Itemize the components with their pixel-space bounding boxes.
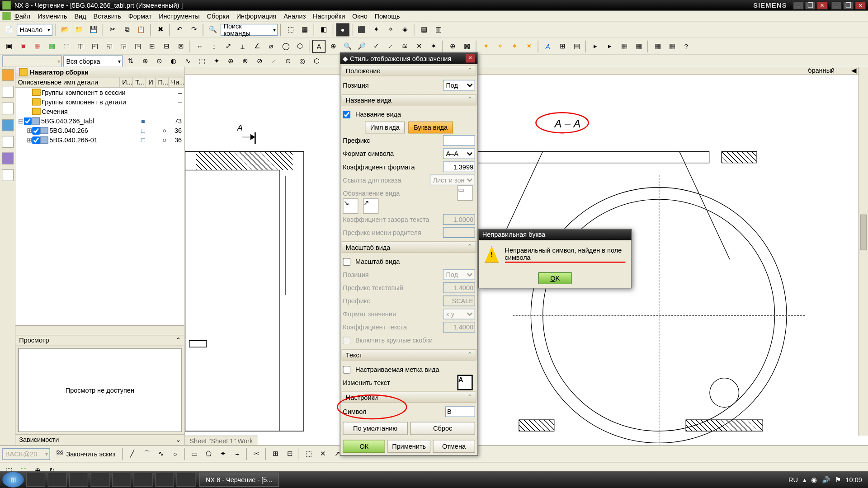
r2-dim5-icon[interactable]: ∠ (250, 40, 264, 53)
new-icon[interactable]: 📄 (2, 23, 15, 36)
tree-hscroll[interactable] (15, 325, 184, 335)
alert-ok-button[interactable]: OOKK (538, 272, 572, 284)
r2-10-icon[interactable]: ◳ (131, 40, 144, 53)
fmtcoef-input[interactable] (443, 161, 475, 172)
filter-combo-1[interactable] (2, 55, 62, 67)
tool-h-icon[interactable]: ▥ (432, 23, 445, 36)
r2-13-icon[interactable]: ⊠ (174, 40, 187, 53)
r2-11-icon[interactable]: ⊞ (146, 40, 159, 53)
r2-21-icon[interactable]: ✦ (479, 40, 492, 53)
filter-combo-2[interactable]: Вся сборка (63, 55, 123, 67)
pin-explorer-icon[interactable] (112, 473, 131, 487)
filter-icon-3[interactable]: ⊙ (153, 55, 166, 68)
r2-dim7-icon[interactable]: ◯ (279, 40, 292, 53)
canvas-vscroll[interactable] (859, 67, 868, 436)
row-check[interactable] (32, 127, 40, 134)
delete-icon[interactable]: ✖ (154, 23, 167, 36)
redo-icon[interactable]: ↷ (187, 23, 200, 36)
tool-e-icon[interactable]: ✧ (384, 23, 397, 36)
row-check[interactable] (24, 117, 32, 125)
tray-up-icon[interactable]: ▴ (803, 476, 807, 483)
search-icon[interactable]: 🔍 (206, 23, 219, 36)
menu-tools[interactable]: Инструменты (159, 12, 199, 19)
menu-insert[interactable]: Вставить (94, 12, 122, 19)
col-name[interactable]: Описательное имя детали (15, 77, 120, 87)
deps-header[interactable]: Зависимости⌄ (15, 434, 184, 445)
pin-firefox-icon[interactable] (90, 473, 109, 487)
filter-icon-12[interactable]: ⊙ (281, 55, 294, 68)
col-1[interactable]: И... (120, 77, 133, 87)
tray-vol-icon[interactable]: 🔊 (822, 476, 830, 483)
vtab-3-icon[interactable] (1, 103, 13, 114)
r2-16-icon[interactable]: ⟋ (384, 40, 397, 53)
finish-sketch-icon[interactable]: 🏁 Закончить эскиз (51, 447, 119, 460)
doc-close-button[interactable]: × (855, 1, 866, 9)
doc-minimize-button[interactable]: – (831, 1, 842, 9)
sk-b-icon[interactable]: ⊟ (283, 447, 296, 460)
r2-19-icon[interactable]: ✶ (427, 40, 440, 53)
r2-dim8-icon[interactable]: ⬡ (293, 40, 307, 53)
doc-restore-button[interactable]: ❐ (843, 1, 854, 9)
r2-17-icon[interactable]: ≋ (398, 40, 411, 53)
r2-zoom-out-icon[interactable]: 🔎 (355, 40, 368, 53)
dialog-title-bar[interactable]: ◆ Стиль отображения обозначения × (340, 53, 477, 64)
close-button[interactable]: × (817, 1, 828, 9)
sk-c-icon[interactable]: ⬚ (302, 447, 315, 460)
r2-5-icon[interactable]: ⬚ (60, 40, 73, 53)
sk-a-icon[interactable]: ⊞ (269, 447, 282, 460)
sk-circle-icon[interactable]: ○ (169, 447, 182, 460)
col-2[interactable]: Т... (133, 77, 146, 87)
restore-button[interactable]: ❐ (805, 1, 816, 9)
filter-icon-5[interactable]: ∿ (181, 55, 194, 68)
expand-icon[interactable]: ⌄ (175, 436, 181, 444)
position-select[interactable]: Под (443, 80, 475, 91)
preview-header[interactable]: Просмотр⌃ (15, 335, 184, 346)
r2-dim2-icon[interactable]: ↕ (208, 40, 221, 53)
r2-9-icon[interactable]: ◲ (117, 40, 130, 53)
r2-12-icon[interactable]: ⊟ (160, 40, 173, 53)
sk-spline-icon[interactable]: ∿ (154, 447, 167, 460)
r2-33-icon[interactable]: ▦ (665, 40, 679, 53)
r2-4-icon[interactable]: ▦ (45, 40, 58, 53)
vtab-7-icon[interactable] (1, 169, 13, 181)
filter-icon-2[interactable]: ⊕ (138, 55, 151, 68)
r2-3-icon[interactable]: ▦ (31, 40, 44, 53)
r2-18-icon[interactable]: ✕ (413, 40, 426, 53)
tree-body[interactable]: Группы компонент в сессии– Группы компон… (15, 88, 184, 325)
sk-trim-icon[interactable]: ✂ (250, 447, 263, 460)
edit-text-button[interactable]: A (457, 375, 472, 390)
r2-dim1-icon[interactable]: ↔ (193, 40, 206, 53)
pin-word-icon[interactable] (176, 473, 195, 487)
view-name-button[interactable]: Имя вида (365, 122, 405, 133)
reset-button[interactable]: Сброс (410, 422, 475, 435)
r2-target-icon[interactable]: ⊕ (446, 40, 459, 53)
taskbar-nx-button[interactable]: NX 8 - Черчение - [5... (199, 473, 279, 487)
r2-32-icon[interactable]: ▦ (651, 40, 664, 53)
r2-27-icon[interactable]: ▤ (570, 40, 583, 53)
r2-23-icon[interactable]: ✶ (508, 40, 521, 53)
viewname-checkbox[interactable] (343, 111, 350, 118)
r2-28-icon[interactable]: ▸ (589, 40, 602, 53)
col-5[interactable]: Чи... (169, 77, 184, 87)
r2-7-icon[interactable]: ◰ (88, 40, 101, 53)
r2-1-icon[interactable]: ▣ (2, 40, 15, 53)
menu-view[interactable]: Вид (74, 12, 86, 19)
undo-icon[interactable]: ↶ (173, 23, 186, 36)
r2-15-icon[interactable]: ✓ (370, 40, 383, 53)
section-settings[interactable]: Настройки⌃ (342, 391, 476, 403)
tool-a-icon[interactable]: ⬚ (284, 23, 297, 36)
tool-g-icon[interactable]: ▤ (417, 23, 430, 36)
pin-chrome-icon[interactable] (47, 473, 66, 487)
vtab-6-icon[interactable] (1, 153, 13, 164)
r2-24-icon[interactable]: ✷ (522, 40, 535, 53)
menu-help[interactable]: Помощь (375, 12, 400, 19)
filter-icon-6[interactable]: ⬚ (196, 55, 209, 68)
vtab-1-icon[interactable] (1, 69, 13, 81)
section-viewname[interactable]: Название вида⌃ (342, 94, 476, 105)
filter-icon-7[interactable]: ✦ (210, 55, 223, 68)
r2-29-icon[interactable]: ▸ (604, 40, 617, 53)
sk-d-icon[interactable]: ✕ (316, 447, 330, 460)
shade-icon[interactable]: ● (336, 23, 349, 36)
sk-arc-icon[interactable]: ⌒ (140, 447, 153, 460)
sk-star-icon[interactable]: ✦ (216, 447, 229, 460)
